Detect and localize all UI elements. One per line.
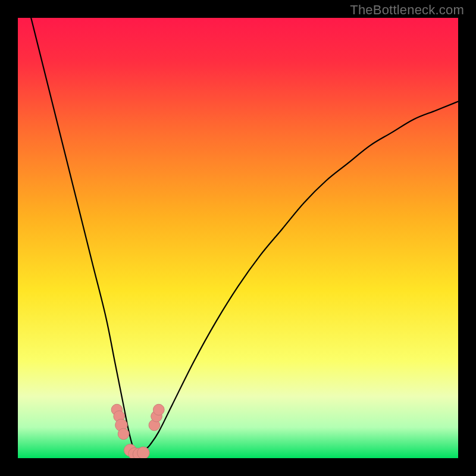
plot-area xyxy=(18,18,458,458)
curve-marker xyxy=(137,447,149,458)
curve-marker xyxy=(118,428,129,440)
chart-frame: TheBottleneck.com xyxy=(0,0,476,476)
gradient-background xyxy=(18,18,458,458)
watermark-text: TheBottleneck.com xyxy=(350,2,464,18)
chart-svg xyxy=(18,18,458,458)
curve-marker xyxy=(153,404,164,415)
